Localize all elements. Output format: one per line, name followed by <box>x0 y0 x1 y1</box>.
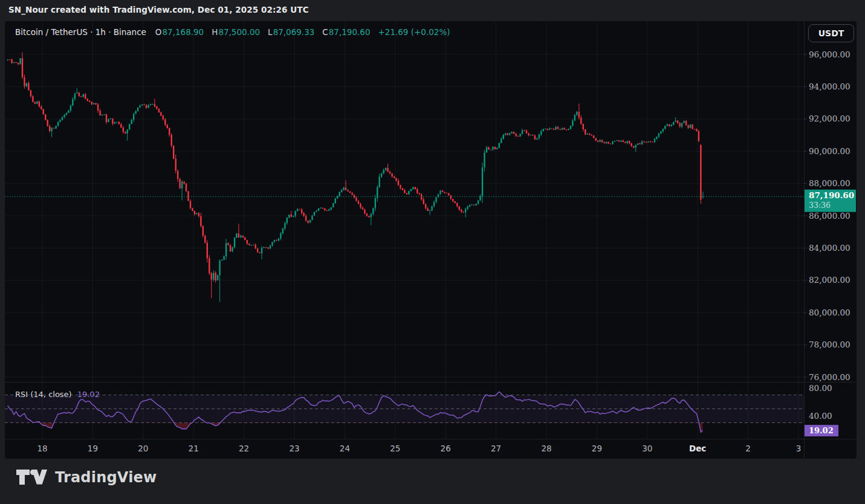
ohlc-readout: O87,168.90 H87,500.00 L87,069.33 C87,190… <box>155 27 450 37</box>
main-chart-area[interactable] <box>5 21 804 382</box>
time-axis-label: 25 <box>390 444 400 453</box>
time-axis-label: 28 <box>541 444 551 453</box>
ohlc-close: C87,190.60 <box>322 27 370 37</box>
time-axis-label: 27 <box>491 444 501 453</box>
rsi-indicator-value: 19.02 <box>77 390 100 399</box>
price-axis-label: 94,000.00 <box>809 82 850 91</box>
chart-canvas: 96,000.0094,000.0092,000.0090,000.0088,0… <box>0 0 865 504</box>
price-axis-label: 96,000.00 <box>809 50 850 59</box>
time-axis-label: 19 <box>88 444 98 453</box>
ohlc-high: H87,500.00 <box>212 27 260 37</box>
time-axis-label: 24 <box>340 444 350 453</box>
rsi-value-badge: 19.02 <box>805 425 838 436</box>
rsi-indicator-label[interactable]: RSI (14, close) <box>15 390 72 399</box>
rsi-axis-label: 40.00 <box>809 411 832 421</box>
time-axis-label: 21 <box>189 444 199 453</box>
ohlc-change: +21.69 (+0.02%) <box>378 27 450 37</box>
bar-countdown: 33:36 <box>809 201 831 210</box>
symbol-title[interactable]: Bitcoin / TetherUS · 1h · Binance <box>15 27 146 37</box>
price-axis-label: 90,000.00 <box>809 146 850 156</box>
time-axis-label: 23 <box>289 444 299 453</box>
rsi-pane[interactable] <box>5 382 804 439</box>
attribution-text: SN_Nour created with TradingView.com, De… <box>8 5 309 15</box>
last-price-badge: 87,190.6033:36 <box>805 190 856 212</box>
rsi-header: RSI (14, close) 19.02 <box>15 390 100 399</box>
symbol-header: Bitcoin / TetherUS · 1h · Binance O87,16… <box>15 27 450 37</box>
svg-text:19.02: 19.02 <box>809 426 834 435</box>
time-axis-label: 2 <box>745 444 751 453</box>
svg-text:87,190.60: 87,190.60 <box>809 190 854 200</box>
tradingview-snapshot: 96,000.0094,000.0092,000.0090,000.0088,0… <box>0 0 865 504</box>
time-axis-label: 26 <box>441 444 451 453</box>
time-axis-label: 3 <box>796 444 802 453</box>
price-axis-label: 88,000.00 <box>809 178 850 188</box>
tradingview-logo-icon <box>16 470 49 485</box>
time-axis-label: 22 <box>239 444 249 453</box>
attribution-bar: SN_Nour created with TradingView.com, De… <box>8 5 309 15</box>
ohlc-open: O87,168.90 <box>155 27 204 37</box>
price-axis-label: 82,000.00 <box>809 275 850 285</box>
ohlc-low: L87,069.33 <box>268 27 314 37</box>
currency-toggle-button[interactable]: USDT <box>808 24 854 42</box>
time-axis-label: 30 <box>642 444 652 453</box>
time-axis-label: Dec <box>689 444 706 453</box>
tradingview-logo-text: TradingView <box>55 469 157 486</box>
price-axis-label: 78,000.00 <box>809 340 850 349</box>
footer: TradingView <box>0 459 865 504</box>
rsi-axis-label: 80.00 <box>809 383 832 393</box>
price-axis-label: 80,000.00 <box>809 308 850 317</box>
price-axis-label: 76,000.00 <box>809 372 850 382</box>
time-axis-label: 18 <box>37 444 47 453</box>
price-axis-label: 86,000.00 <box>809 211 850 221</box>
time-axis-label: 29 <box>592 444 602 453</box>
price-axis-label: 84,000.00 <box>809 243 850 253</box>
time-axis-label: 20 <box>138 444 148 453</box>
tradingview-logo[interactable]: TradingView <box>16 469 157 486</box>
price-axis-label: 92,000.00 <box>809 114 850 123</box>
